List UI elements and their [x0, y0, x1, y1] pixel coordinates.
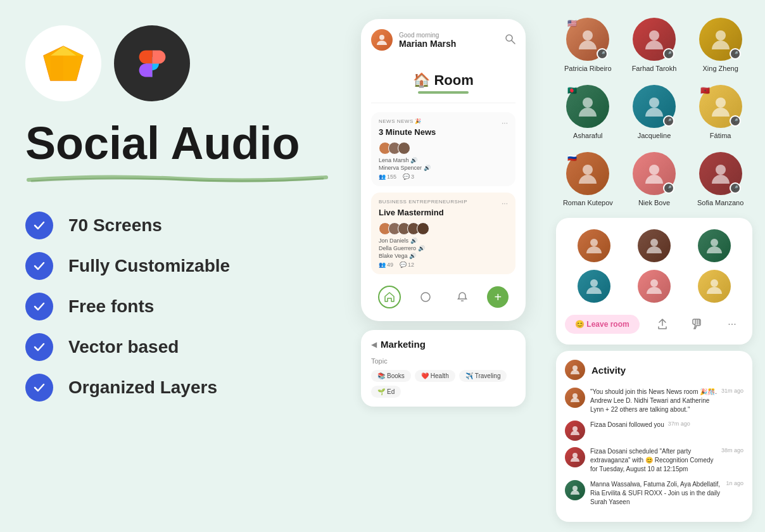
- niek-name: Niek Bove: [638, 199, 670, 206]
- feature-item-5: Organized Layers: [25, 374, 355, 402]
- feature-text-2: Fully Customizable: [68, 256, 230, 276]
- roman-flag: 🇷🇺: [567, 153, 577, 162]
- tag-traveling[interactable]: ✈️Traveling: [459, 370, 507, 382]
- marketing-title: Marketing: [381, 339, 426, 350]
- fatima-name: Fátima: [710, 132, 731, 139]
- jacqueline-name: Jacqueline: [638, 132, 671, 139]
- user-card-roman: 🇷🇺 Roman Kutepov: [556, 147, 620, 212]
- activity-text-4: Manna Wassalwa, Fatuma Zoli, Aya Abdella…: [590, 480, 722, 507]
- user-name-text: Marian Marsh: [399, 39, 504, 49]
- user-card-asharaful: 🇧🇩 Asharaful: [556, 80, 620, 144]
- feature-item-1: 70 Screens: [25, 212, 355, 239]
- activity-row-3: Fizaa Dosani scheduled "After party extr…: [590, 447, 743, 474]
- user-card-fatima: 🇲🇦 🎤 Fátima: [688, 80, 752, 144]
- p5-avatar: [638, 270, 671, 303]
- nav-bell-icon[interactable]: [451, 286, 474, 308]
- news-stats: 👥 155 💬 3: [379, 174, 508, 180]
- fatima-flag: 🇲🇦: [700, 86, 710, 95]
- business-stats: 👥 49 💬 12: [379, 262, 508, 268]
- activity-row-2: Fizaa Dosani followed you 37m ago: [590, 421, 690, 429]
- activity-item-1: "You should join this News News room 🎉🎊.…: [565, 388, 743, 414]
- check-icon-2: [25, 252, 53, 280]
- back-arrow-icon[interactable]: ◀: [371, 340, 377, 349]
- activity-user-avatar: [565, 360, 585, 380]
- tag-ed[interactable]: 🌱Ed: [371, 386, 401, 398]
- search-icon[interactable]: [504, 33, 515, 47]
- farhad-name: Farhad Tarokh: [632, 65, 677, 72]
- more-icon[interactable]: ···: [721, 313, 743, 336]
- activity-title-text: Activity: [591, 365, 626, 376]
- business-person-1: Jon Daniels 🔊: [379, 238, 508, 244]
- topic-label: Topic: [371, 357, 515, 365]
- svg-point-7: [379, 35, 384, 40]
- logos-container: [25, 25, 355, 101]
- sofia-avatar-wrap: 🎤: [699, 152, 742, 195]
- business-card[interactable]: BUSINESS ENTREPRENEURSHIP ··· Live Maste…: [371, 193, 515, 274]
- participant-3: [686, 227, 743, 265]
- participant-4: [565, 267, 623, 305]
- activity-avatar-2: [565, 421, 585, 441]
- news-card[interactable]: NEWS NEWS 🎉 ··· 3 Minute News Lena Marsh…: [371, 112, 515, 186]
- news-person-2: Minerva Spencer 🔊: [379, 165, 508, 171]
- activity-item-2: Fizaa Dosani followed you 37m ago: [565, 421, 743, 441]
- feature-item-3: Free fonts: [25, 293, 355, 320]
- svg-point-23: [590, 279, 598, 287]
- activity-row-4: Manna Wassalwa, Fatuma Zoli, Aya Abdella…: [590, 480, 743, 507]
- p3-avatar: [698, 229, 731, 262]
- nav-home-icon[interactable]: [378, 286, 401, 308]
- niek-mic: 🎤: [663, 182, 674, 194]
- b-members-stat: 👥 49: [379, 262, 393, 268]
- svg-point-16: [716, 98, 726, 108]
- asharaful-avatar-wrap: 🇧🇩: [566, 85, 609, 128]
- activity-text-1: "You should join this News News room 🎉🎊.…: [590, 388, 718, 414]
- activity-avatar-1: [565, 388, 585, 408]
- feature-item-2: Fully Customizable: [25, 252, 355, 280]
- feature-text-3: Free fonts: [68, 296, 154, 317]
- roman-avatar-wrap: 🇷🇺: [566, 152, 609, 195]
- leave-room-button[interactable]: 😊 Leave room: [565, 315, 640, 334]
- svg-point-22: [711, 239, 718, 246]
- feature-text-4: Vector based: [68, 337, 179, 357]
- topic-tags: 📚Books ❤️Health ✈️Traveling 🌱Ed: [371, 370, 515, 398]
- svg-point-25: [711, 279, 718, 287]
- business-more-icon[interactable]: ···: [502, 199, 508, 208]
- tag-health[interactable]: ❤️Health: [415, 370, 455, 382]
- activity-content-1: "You should join this News News room 🎉🎊.…: [590, 388, 718, 414]
- business-avatars: [379, 222, 508, 235]
- user-card-niek: 🎤 Niek Bove: [623, 147, 686, 212]
- hand-icon[interactable]: [686, 313, 709, 336]
- activity-item-4: Manna Wassalwa, Fatuma Zoli, Aya Abdella…: [565, 480, 743, 507]
- svg-point-12: [649, 30, 659, 41]
- room-actions: 😊 Leave room ···: [565, 313, 743, 336]
- user-card-xing: 🎤 Xing Zheng: [688, 13, 752, 77]
- user-card-jacqueline: 🎤 Jacqueline: [623, 80, 686, 144]
- greeting-text: Good morning: [399, 32, 504, 39]
- marketing-header: ◀ Marketing: [371, 339, 515, 350]
- p4-avatar: [578, 270, 610, 303]
- svg-point-29: [572, 453, 578, 458]
- svg-point-13: [716, 30, 726, 41]
- svg-point-21: [650, 239, 658, 246]
- user-card-patricia: 🇺🇸 🎤 Patricia Ribeiro: [556, 13, 620, 77]
- news-more-icon[interactable]: ···: [502, 118, 508, 127]
- svg-point-26: [572, 365, 578, 370]
- sofia-mic: 🎤: [730, 182, 741, 194]
- nav-explore-icon[interactable]: [414, 286, 437, 308]
- news-person-1: Lena Marsh 🔊: [379, 157, 508, 163]
- svg-point-14: [583, 98, 593, 108]
- main-title: Social Audio: [25, 120, 355, 166]
- business-tag: BUSINESS ENTREPRENEURSHIP: [379, 199, 467, 205]
- svg-point-15: [649, 98, 659, 108]
- farhad-mic: 🎤: [663, 48, 674, 60]
- room-participants-grid: [565, 227, 743, 305]
- business-person-3: Blake Vega 🔊: [379, 253, 508, 259]
- nav-add-button[interactable]: +: [487, 286, 509, 308]
- sofia-name: Sofia Manzano: [697, 199, 743, 206]
- tag-books[interactable]: 📚Books: [371, 370, 411, 382]
- niek-avatar-wrap: 🎤: [633, 152, 676, 195]
- share-icon[interactable]: [651, 313, 674, 336]
- room-title: 🏠 Room: [371, 72, 515, 89]
- activity-time-4: 1n ago: [726, 480, 743, 486]
- room-card-right: 😊 Leave room ···: [556, 218, 752, 345]
- phone-main-card: Good morning Marian Marsh 🏠 Room NEWS NE…: [361, 19, 526, 321]
